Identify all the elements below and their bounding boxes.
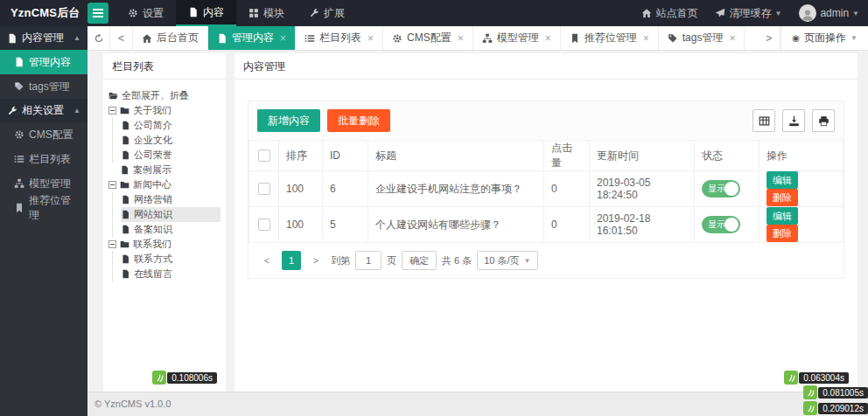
trace-badge[interactable]: 0.209012s (803, 401, 868, 415)
tree-node-company-honor[interactable]: 公司荣誉 (121, 148, 220, 163)
trace-time-label: 0.108006s (167, 372, 217, 384)
edit-button[interactable]: 编辑 (766, 171, 798, 189)
tab-label: 管理内容 (232, 31, 274, 45)
scroll-tabs-right-button[interactable]: > (758, 26, 780, 50)
file-icon (121, 210, 130, 219)
sidebar-collapse-button[interactable] (88, 3, 108, 24)
tree-node-label: 关于我们 (133, 104, 172, 117)
row-checkbox[interactable] (258, 218, 270, 231)
next-page-button[interactable]: > (306, 251, 326, 270)
trace-badge[interactable]: 0.063004s (784, 371, 849, 385)
tab-label: 栏目列表 (319, 31, 361, 45)
sidebar-item-cms-config[interactable]: CMS配置 (0, 122, 88, 147)
tab-manage-content[interactable]: 管理内容 × (208, 26, 296, 50)
edit-button[interactable]: 编辑 (766, 207, 798, 225)
tree-node-news-center[interactable]: 新闻中心 (108, 177, 220, 192)
tab-home[interactable]: 后台首页 (133, 26, 208, 50)
scroll-tabs-left-button[interactable]: < (110, 26, 133, 50)
per-page-select[interactable]: 10 条/页 ▼ (477, 251, 537, 270)
export-button[interactable] (782, 109, 805, 132)
clear-cache-dropdown[interactable]: 清理缓存 ▼ (706, 0, 790, 26)
collapse-minus-icon[interactable] (108, 181, 116, 189)
topnav-item-settings[interactable]: 设置 (116, 0, 176, 26)
tree-node-label: 备案知识 (134, 223, 172, 236)
file-icon (121, 195, 130, 205)
trace-badge[interactable]: 0.108006s (152, 371, 217, 385)
tab-label: 推荐位管理 (584, 31, 637, 45)
print-icon (818, 115, 830, 127)
tree-node-company-culture[interactable]: 企业文化 (121, 133, 220, 148)
collapse-minus-icon[interactable] (108, 107, 116, 114)
tab-recommend-manage[interactable]: 推荐位管理 × (561, 26, 659, 50)
delete-button[interactable]: 删除 (766, 189, 798, 206)
select-all-checkbox[interactable] (258, 149, 270, 162)
close-icon[interactable]: × (643, 32, 649, 45)
collapse-minus-icon[interactable] (108, 240, 116, 248)
tab-tags-manage[interactable]: tags管理 × (659, 26, 746, 50)
tree-node-label: 案例展示 (133, 163, 172, 177)
topnav-item-content[interactable]: 内容 (176, 0, 236, 26)
close-icon[interactable]: × (729, 32, 735, 45)
sidebar-item-model-manage[interactable]: 模型管理 (0, 171, 88, 196)
toggle-knob (724, 182, 738, 196)
user-menu[interactable]: admin ▼ (790, 0, 868, 26)
sidebar-item-tags[interactable]: tags管理 (0, 74, 88, 99)
username-label: admin (820, 7, 849, 19)
close-icon[interactable]: × (368, 32, 374, 45)
sidebar-item-manage-content[interactable]: 管理内容 (0, 50, 88, 74)
topnav-item-modules[interactable]: 模块 (236, 0, 297, 26)
refresh-tab-button[interactable] (88, 26, 110, 50)
tree-node-online-message[interactable]: 在线留言 (121, 267, 220, 281)
tree-node-company-intro[interactable]: 公司简介 (121, 118, 220, 133)
header-status: 状态 (695, 141, 760, 171)
tree-node-network-marketing[interactable]: 网络营销 (121, 192, 220, 207)
goto-page-input[interactable] (355, 251, 382, 270)
batch-delete-button[interactable]: 批量删除 (327, 109, 390, 132)
thinkphp-logo-icon (803, 401, 817, 415)
tab-column-list[interactable]: 栏目列表 × (296, 26, 383, 50)
site-home-link[interactable]: 站点首页 (633, 0, 706, 26)
tree-node-contact-way[interactable]: 联系方式 (121, 252, 220, 267)
current-page-button[interactable]: 1 (282, 251, 301, 270)
sidebar-group-content[interactable]: 内容管理 ▲ (0, 26, 88, 50)
tree-toggle-all-link[interactable]: 全部展开、折叠 (108, 88, 220, 103)
status-toggle[interactable]: 显示 (702, 180, 740, 198)
sidebar-item-recommend-manage[interactable]: 推荐位管理 (0, 196, 88, 220)
topnav-item-extensions[interactable]: 扩展 (297, 0, 357, 26)
tree-node-label: 企业文化 (134, 134, 172, 147)
page-operations-dropdown[interactable]: ◉ 页面操作 ▼ (780, 26, 868, 50)
goto-confirm-button[interactable]: 确定 (402, 251, 437, 270)
filter-columns-button[interactable] (752, 109, 775, 132)
column-tree-panel: 栏目列表 全部展开、折叠 关于我们 公司简介 企业文化 (103, 53, 226, 392)
row-checkbox[interactable] (258, 183, 270, 195)
status-toggle[interactable]: 显示 (702, 216, 740, 233)
prev-page-button[interactable]: < (257, 251, 276, 270)
sidebar-item-label: tags管理 (29, 80, 70, 94)
trace-badge[interactable]: 0.081005s (803, 385, 868, 399)
file-icon (14, 57, 24, 67)
close-icon[interactable]: × (545, 32, 551, 45)
tree-node-website-knowledge[interactable]: 网站知识 (121, 207, 220, 222)
delete-button[interactable]: 删除 (766, 225, 798, 242)
status-toggle-label: 显示 (708, 218, 725, 231)
cell-id: 6 (323, 171, 368, 207)
tree-node-case-show[interactable]: 案例展示 (108, 163, 220, 177)
sidebar-item-label: 模型管理 (29, 177, 71, 191)
thinkphp-logo-icon (803, 385, 817, 399)
tab-model-manage[interactable]: 模型管理 × (473, 26, 561, 50)
sidebar-item-column-list[interactable]: 栏目列表 (0, 147, 88, 171)
sidebar-group-settings[interactable]: 相关设置 ▲ (0, 99, 88, 122)
print-button[interactable] (812, 109, 835, 132)
tree-node-contact-us[interactable]: 联系我们 (108, 237, 220, 252)
tree-node-filing-knowledge[interactable]: 备案知识 (121, 222, 220, 237)
tree-node-about[interactable]: 关于我们 (108, 103, 220, 118)
per-page-value: 10 条/页 (484, 254, 519, 267)
content-manage-panel: 内容管理 新增内容 批量删除 排序 ID 标题 点击 (234, 53, 858, 392)
close-icon[interactable]: × (280, 32, 286, 45)
add-content-button[interactable]: 新增内容 (257, 109, 320, 132)
chevron-up-icon: ▲ (74, 34, 80, 42)
tree-node-label: 网络营销 (134, 193, 172, 206)
tab-cms-config[interactable]: CMS配置 × (383, 26, 473, 50)
close-icon[interactable]: × (458, 32, 464, 45)
sidebar-group-label: 内容管理 (22, 31, 64, 45)
